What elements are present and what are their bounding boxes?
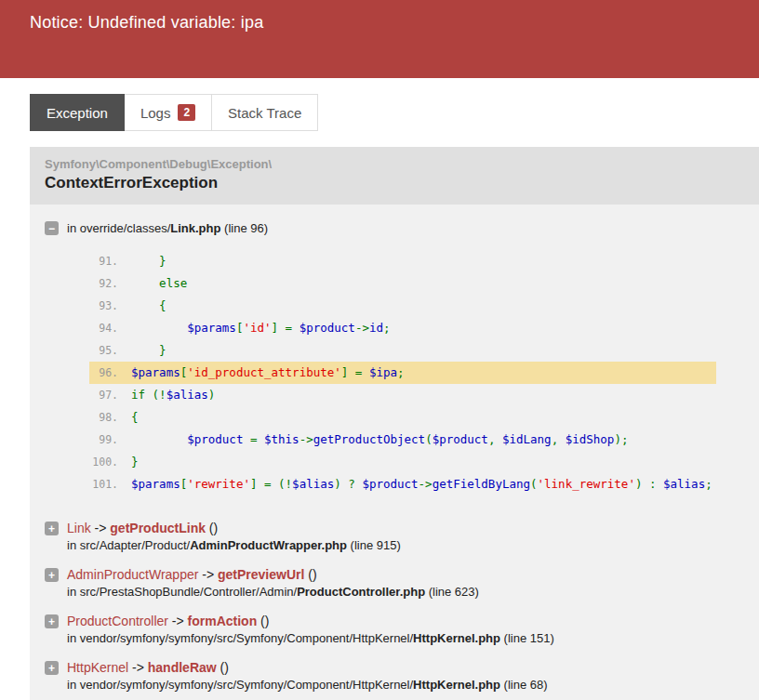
code-token: $product bbox=[362, 477, 418, 491]
code-token: if (! bbox=[131, 388, 166, 402]
exception-panel: Symfony\Component\Debug\Exception\ Conte… bbox=[30, 147, 759, 700]
frame-path: in vendor/symfony/symfony/src/Symfony/Co… bbox=[67, 678, 413, 692]
frame-path: in src/Adapter/Product/ bbox=[67, 538, 190, 552]
frame-line: (line 915) bbox=[347, 538, 401, 552]
code-token: -> bbox=[355, 321, 369, 335]
expand-icon[interactable]: + bbox=[45, 522, 59, 535]
code-token: ) : bbox=[635, 477, 663, 491]
frame-line: (line 151) bbox=[500, 631, 554, 645]
code-token: $params bbox=[131, 365, 180, 379]
code-text: $params['rewrite'] = (!$alias) ? $produc… bbox=[131, 476, 712, 493]
frame-file: ProductController.php bbox=[297, 585, 425, 599]
line-number: 92. bbox=[89, 275, 118, 292]
code-line: 100.} bbox=[89, 451, 716, 473]
tab-stack-trace-label: Stack Trace bbox=[228, 105, 301, 121]
code-text: } bbox=[131, 342, 166, 359]
trace-frame: +ProductController -> formAction ()in ve… bbox=[45, 614, 744, 645]
frame-args: () bbox=[304, 567, 316, 582]
code-line: 95. } bbox=[89, 339, 716, 362]
code-text: $params['id_product_attribute'] = $ipa; bbox=[131, 364, 405, 381]
tab-logs[interactable]: Logs 2 bbox=[125, 94, 212, 131]
code-token: { bbox=[131, 410, 139, 424]
code-token: getProductObject bbox=[313, 432, 425, 446]
frame-signature: AdminProductWrapper -> getPreviewUrl () bbox=[67, 567, 479, 582]
code-text: } bbox=[131, 253, 166, 270]
frame-arrow: -> bbox=[198, 567, 218, 582]
code-token: $idLang bbox=[502, 432, 552, 446]
code-token: ] = bbox=[272, 321, 300, 335]
frame-location: in src/Adapter/Product/AdminProductWrapp… bbox=[67, 538, 401, 552]
trace-frames: +Link -> getProductLink ()in src/Adapter… bbox=[45, 522, 744, 692]
trace-head-location: in override/classes/Link.php (line 96) bbox=[67, 221, 268, 235]
logs-count-badge: 2 bbox=[178, 104, 195, 121]
tab-stack-trace[interactable]: Stack Trace bbox=[212, 94, 318, 131]
frame-args: () bbox=[257, 614, 269, 628]
code-token: , bbox=[552, 432, 566, 446]
code-text: else bbox=[131, 275, 187, 292]
exception-namespace: Symfony\Component\Debug\Exception\ bbox=[45, 157, 744, 171]
code-token: $idShop bbox=[566, 432, 615, 446]
frame-method: getPreviewUrl bbox=[218, 567, 304, 582]
code-token bbox=[131, 321, 187, 335]
code-token: } bbox=[131, 343, 166, 357]
code-excerpt: 91. }92. else93. {94. $params['id'] = $p… bbox=[89, 250, 716, 495]
code-token: -> bbox=[419, 477, 433, 491]
tab-logs-label: Logs bbox=[140, 105, 171, 121]
line-number: 95. bbox=[89, 342, 118, 359]
frame-signature: Link -> getProductLink () bbox=[67, 521, 401, 535]
code-token: ] = bbox=[341, 365, 369, 379]
frame-class: ProductController bbox=[67, 614, 168, 628]
collapse-icon[interactable]: − bbox=[45, 221, 59, 235]
code-token: 'id_product_attribute' bbox=[187, 365, 341, 379]
code-line: 94. $params['id'] = $product->id; bbox=[89, 317, 716, 339]
code-line: 98.{ bbox=[89, 406, 716, 429]
frame-method: getProductLink bbox=[110, 521, 206, 535]
line-number: 96. bbox=[89, 364, 118, 381]
trace-file: Link.php bbox=[170, 221, 220, 235]
code-token: $product bbox=[187, 432, 243, 446]
code-line: 99. $product = $this->getProductObject($… bbox=[89, 429, 716, 451]
code-token: 'rewrite' bbox=[187, 477, 250, 491]
frame-path: in vendor/symfony/symfony/src/Symfony/Co… bbox=[67, 631, 413, 645]
frame-method: formAction bbox=[188, 614, 258, 628]
frame-location: in vendor/symfony/symfony/src/Symfony/Co… bbox=[67, 631, 554, 645]
trace-block: − in override/classes/Link.php (line 96)… bbox=[30, 205, 759, 700]
frame-line: (line 68) bbox=[500, 678, 548, 692]
code-token: ) ? bbox=[334, 477, 362, 491]
code-token: $alias bbox=[292, 477, 334, 491]
expand-icon[interactable]: + bbox=[45, 614, 59, 628]
code-text: } bbox=[131, 454, 139, 470]
frame-body: Link -> getProductLink ()in src/Adapter/… bbox=[67, 522, 401, 552]
frame-file: AdminProductWrapper.php bbox=[190, 538, 347, 552]
tab-exception[interactable]: Exception bbox=[30, 94, 125, 131]
expand-icon[interactable]: + bbox=[45, 568, 59, 582]
code-token: ; bbox=[705, 477, 712, 491]
code-token: -> bbox=[300, 432, 313, 446]
code-token: $params bbox=[131, 477, 180, 491]
line-number: 100. bbox=[89, 454, 118, 470]
code-token: 'id' bbox=[243, 321, 271, 335]
code-token: ( bbox=[425, 432, 433, 446]
frame-arrow: -> bbox=[168, 614, 188, 628]
code-token: ); bbox=[614, 432, 628, 446]
trace-line: (line 96) bbox=[220, 221, 268, 235]
tab-exception-label: Exception bbox=[47, 105, 108, 121]
frame-file: HttpKernel.php bbox=[413, 678, 500, 692]
code-line: 97.if (!$alias) bbox=[89, 384, 716, 406]
frame-args: () bbox=[206, 521, 218, 535]
code-text: $product = $this->getProductObject($prod… bbox=[131, 431, 628, 448]
trace-head[interactable]: − in override/classes/Link.php (line 96) bbox=[45, 221, 744, 235]
frame-arrow: -> bbox=[128, 660, 148, 675]
frame-body: AdminProductWrapper -> getPreviewUrl ()i… bbox=[67, 568, 479, 599]
expand-icon[interactable]: + bbox=[45, 661, 59, 675]
error-message: Notice: Undefined variable: ipa bbox=[30, 13, 729, 33]
code-token: ( bbox=[530, 477, 538, 491]
exception-header: Symfony\Component\Debug\Exception\ Conte… bbox=[30, 147, 759, 205]
code-line: 96.$params['id_product_attribute'] = $ip… bbox=[89, 362, 716, 384]
code-token: ] = (! bbox=[250, 477, 292, 491]
frame-args: () bbox=[217, 660, 229, 675]
code-text: $params['id'] = $product->id; bbox=[131, 320, 391, 337]
line-number: 91. bbox=[89, 253, 118, 270]
code-token bbox=[131, 432, 187, 446]
trace-frame: +AdminProductWrapper -> getPreviewUrl ()… bbox=[45, 568, 744, 599]
